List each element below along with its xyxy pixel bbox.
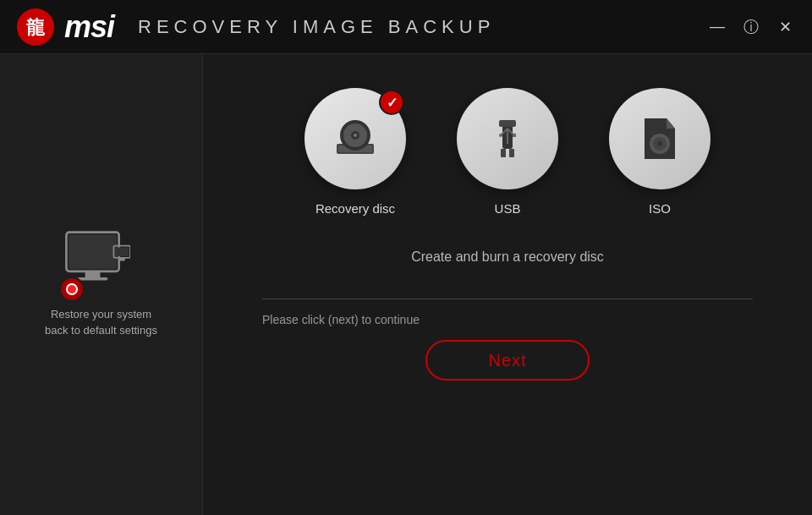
svg-rect-5 [78, 277, 108, 281]
option-usb[interactable]: USB [457, 88, 558, 216]
close-button[interactable]: ✕ [775, 17, 795, 37]
divider [262, 299, 753, 299]
option-iso[interactable]: ISO [609, 88, 710, 216]
svg-rect-3 [69, 235, 118, 270]
sidebar-label: Restore your system back to default sett… [45, 307, 157, 337]
svg-rect-18 [509, 149, 514, 157]
app-title: RECOVERY IMAGE BACKUP [138, 16, 495, 38]
content-area: ✓ Recovery disc [203, 54, 812, 515]
svg-point-26 [657, 141, 662, 146]
option-recovery-disc-circle: ✓ [304, 88, 406, 189]
sidebar-icon-container [63, 231, 139, 299]
sidebar-restore-item: Restore your system back to default sett… [45, 231, 157, 337]
svg-rect-7 [116, 248, 129, 257]
options-row: ✓ Recovery disc [304, 88, 710, 216]
minimize-button[interactable]: — [707, 17, 727, 37]
restore-badge-inner [66, 283, 78, 295]
brand-name: msi [64, 9, 114, 45]
svg-rect-17 [501, 149, 506, 157]
option-recovery-disc-label: Recovery disc [315, 201, 395, 216]
app-header: 龍 msi RECOVERY IMAGE BACKUP — ⓘ ✕ [0, 0, 812, 54]
info-button[interactable]: ⓘ [741, 17, 761, 37]
sidebar: Restore your system back to default sett… [0, 54, 203, 515]
selected-checkmark: ✓ [379, 90, 404, 115]
svg-rect-8 [119, 258, 125, 261]
description-text: Create and burn a recovery disc [411, 249, 604, 265]
svg-rect-16 [499, 120, 516, 127]
msi-dragon-icon: 龍 [17, 8, 54, 46]
svg-text:龍: 龍 [26, 17, 46, 38]
window-controls: — ⓘ ✕ [707, 17, 795, 37]
svg-point-21 [499, 134, 502, 137]
restore-badge [59, 277, 85, 302]
svg-rect-22 [513, 134, 516, 137]
main-layout: Restore your system back to default sett… [0, 54, 812, 515]
logo-area: 龍 msi RECOVERY IMAGE BACKUP [17, 8, 495, 46]
option-recovery-disc[interactable]: ✓ Recovery disc [304, 88, 406, 216]
option-usb-label: USB [495, 201, 521, 216]
next-button[interactable]: Next [425, 340, 590, 381]
svg-rect-4 [85, 271, 101, 277]
iso-icon [634, 113, 685, 164]
option-usb-circle [457, 88, 558, 189]
usb-icon [482, 113, 533, 164]
svg-point-14 [354, 134, 357, 137]
disc-icon [330, 113, 381, 164]
instruction-text: Please click (next) to continue [262, 313, 753, 326]
option-iso-circle [609, 88, 710, 189]
option-iso-label: ISO [649, 201, 671, 216]
